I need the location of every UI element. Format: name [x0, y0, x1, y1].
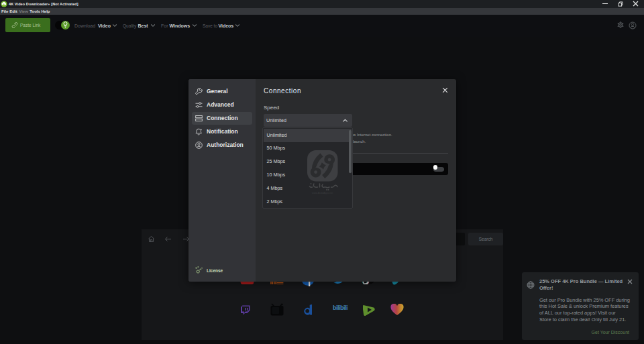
svg-text:www.ArabiApps.net: www.ArabiApps.net	[312, 192, 333, 194]
